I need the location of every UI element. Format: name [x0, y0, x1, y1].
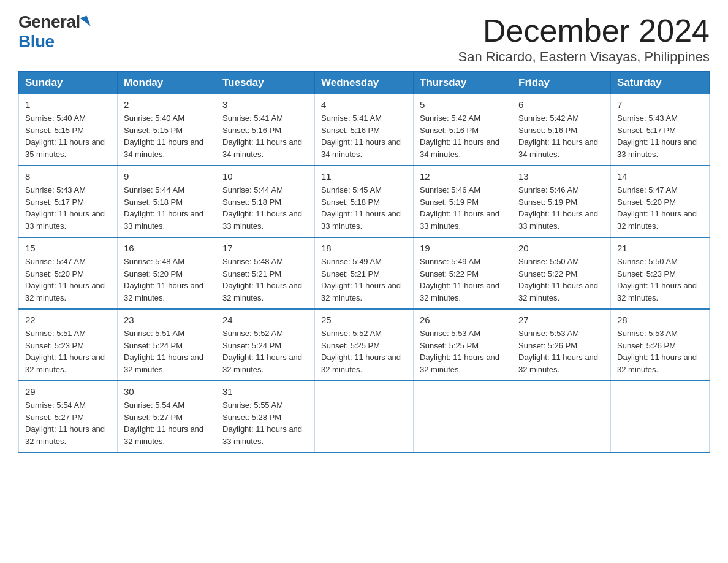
day-info: Sunrise: 5:53 AMSunset: 5:26 PMDaylight:…: [617, 327, 703, 375]
calendar-week-row: 22Sunrise: 5:51 AMSunset: 5:23 PMDayligh…: [19, 309, 710, 381]
day-number: 15: [25, 243, 111, 253]
day-number: 2: [124, 99, 210, 110]
calendar-cell: 2Sunrise: 5:40 AMSunset: 5:15 PMDaylight…: [118, 94, 216, 166]
day-number: 16: [124, 243, 210, 253]
day-number: 11: [321, 171, 407, 182]
day-number: 14: [617, 171, 703, 182]
day-number: 23: [124, 315, 210, 325]
day-info: Sunrise: 5:51 AMSunset: 5:24 PMDaylight:…: [124, 327, 210, 375]
day-info: Sunrise: 5:44 AMSunset: 5:18 PMDaylight:…: [124, 184, 210, 232]
location-title: San Ricardo, Eastern Visayas, Philippine…: [458, 49, 710, 65]
day-number: 3: [222, 99, 308, 110]
day-number: 19: [420, 243, 506, 253]
calendar-cell: 16Sunrise: 5:48 AMSunset: 5:20 PMDayligh…: [118, 237, 216, 309]
calendar-week-row: 1Sunrise: 5:40 AMSunset: 5:15 PMDaylight…: [19, 94, 710, 166]
day-info: Sunrise: 5:54 AMSunset: 5:27 PMDaylight:…: [124, 399, 210, 447]
calendar-cell: 1Sunrise: 5:40 AMSunset: 5:15 PMDaylight…: [19, 94, 118, 166]
calendar-cell: 3Sunrise: 5:41 AMSunset: 5:16 PMDaylight…: [216, 94, 315, 166]
day-number: 27: [518, 315, 604, 325]
day-info: Sunrise: 5:50 AMSunset: 5:22 PMDaylight:…: [518, 256, 604, 304]
day-info: Sunrise: 5:50 AMSunset: 5:23 PMDaylight:…: [617, 256, 703, 304]
calendar-cell: 13Sunrise: 5:46 AMSunset: 5:19 PMDayligh…: [512, 166, 611, 237]
day-number: 18: [321, 243, 407, 253]
day-number: 20: [518, 243, 604, 253]
day-number: 5: [420, 99, 506, 110]
calendar-cell: 19Sunrise: 5:49 AMSunset: 5:22 PMDayligh…: [414, 237, 512, 309]
calendar-week-row: 15Sunrise: 5:47 AMSunset: 5:20 PMDayligh…: [19, 237, 710, 309]
calendar-table: Sunday Monday Tuesday Wednesday Thursday…: [18, 71, 710, 453]
calendar-cell: 25Sunrise: 5:52 AMSunset: 5:25 PMDayligh…: [315, 309, 414, 381]
calendar-cell: 28Sunrise: 5:53 AMSunset: 5:26 PMDayligh…: [611, 309, 710, 381]
day-number: 8: [25, 171, 111, 182]
logo-general-text: General: [18, 12, 80, 32]
day-number: 21: [617, 243, 703, 253]
day-info: Sunrise: 5:51 AMSunset: 5:23 PMDaylight:…: [25, 327, 111, 375]
calendar-cell: 10Sunrise: 5:44 AMSunset: 5:18 PMDayligh…: [216, 166, 315, 237]
calendar-cell: [512, 381, 611, 453]
logo-arrow-icon: [80, 15, 90, 28]
day-number: 10: [222, 171, 308, 182]
day-info: Sunrise: 5:49 AMSunset: 5:21 PMDaylight:…: [321, 256, 407, 304]
day-info: Sunrise: 5:54 AMSunset: 5:27 PMDaylight:…: [25, 399, 111, 447]
calendar-cell: 7Sunrise: 5:43 AMSunset: 5:17 PMDaylight…: [611, 94, 710, 166]
col-tuesday: Tuesday: [216, 72, 315, 94]
calendar-cell: 23Sunrise: 5:51 AMSunset: 5:24 PMDayligh…: [118, 309, 216, 381]
day-info: Sunrise: 5:43 AMSunset: 5:17 PMDaylight:…: [617, 112, 703, 160]
day-info: Sunrise: 5:41 AMSunset: 5:16 PMDaylight:…: [321, 112, 407, 160]
calendar-cell: 11Sunrise: 5:45 AMSunset: 5:18 PMDayligh…: [315, 166, 414, 237]
day-number: 28: [617, 315, 703, 325]
calendar-cell: 17Sunrise: 5:48 AMSunset: 5:21 PMDayligh…: [216, 237, 315, 309]
calendar-cell: 27Sunrise: 5:53 AMSunset: 5:26 PMDayligh…: [512, 309, 611, 381]
day-info: Sunrise: 5:48 AMSunset: 5:21 PMDaylight:…: [222, 256, 308, 304]
title-section: December 2024 San Ricardo, Eastern Visay…: [458, 12, 710, 65]
calendar-header: Sunday Monday Tuesday Wednesday Thursday…: [19, 72, 710, 94]
calendar-cell: 24Sunrise: 5:52 AMSunset: 5:24 PMDayligh…: [216, 309, 315, 381]
calendar-cell: 8Sunrise: 5:43 AMSunset: 5:17 PMDaylight…: [19, 166, 118, 237]
calendar-cell: 4Sunrise: 5:41 AMSunset: 5:16 PMDaylight…: [315, 94, 414, 166]
day-info: Sunrise: 5:52 AMSunset: 5:24 PMDaylight:…: [222, 327, 308, 375]
header-row: Sunday Monday Tuesday Wednesday Thursday…: [19, 72, 710, 94]
col-saturday: Saturday: [611, 72, 710, 94]
calendar-cell: 30Sunrise: 5:54 AMSunset: 5:27 PMDayligh…: [118, 381, 216, 453]
col-wednesday: Wednesday: [315, 72, 414, 94]
day-info: Sunrise: 5:46 AMSunset: 5:19 PMDaylight:…: [518, 184, 604, 232]
calendar-cell: 15Sunrise: 5:47 AMSunset: 5:20 PMDayligh…: [19, 237, 118, 309]
logo-blue-text: Blue: [18, 32, 55, 52]
day-number: 7: [617, 99, 703, 110]
day-number: 24: [222, 315, 308, 325]
calendar-cell: [414, 381, 512, 453]
col-thursday: Thursday: [414, 72, 512, 94]
day-number: 30: [124, 386, 210, 397]
day-number: 31: [222, 386, 308, 397]
month-title: December 2024: [458, 12, 710, 49]
day-number: 25: [321, 315, 407, 325]
col-friday: Friday: [512, 72, 611, 94]
calendar-cell: 6Sunrise: 5:42 AMSunset: 5:16 PMDaylight…: [512, 94, 611, 166]
day-number: 6: [518, 99, 604, 110]
logo: General Blue: [18, 12, 89, 52]
day-number: 13: [518, 171, 604, 182]
day-number: 9: [124, 171, 210, 182]
day-info: Sunrise: 5:55 AMSunset: 5:28 PMDaylight:…: [222, 399, 308, 447]
calendar-cell: 31Sunrise: 5:55 AMSunset: 5:28 PMDayligh…: [216, 381, 315, 453]
calendar-body: 1Sunrise: 5:40 AMSunset: 5:15 PMDaylight…: [19, 94, 710, 453]
day-info: Sunrise: 5:46 AMSunset: 5:19 PMDaylight:…: [420, 184, 506, 232]
day-info: Sunrise: 5:53 AMSunset: 5:25 PMDaylight:…: [420, 327, 506, 375]
calendar-cell: 12Sunrise: 5:46 AMSunset: 5:19 PMDayligh…: [414, 166, 512, 237]
calendar-cell: 26Sunrise: 5:53 AMSunset: 5:25 PMDayligh…: [414, 309, 512, 381]
day-number: 22: [25, 315, 111, 325]
day-info: Sunrise: 5:47 AMSunset: 5:20 PMDaylight:…: [25, 256, 111, 304]
day-info: Sunrise: 5:49 AMSunset: 5:22 PMDaylight:…: [420, 256, 506, 304]
day-number: 12: [420, 171, 506, 182]
calendar-cell: 14Sunrise: 5:47 AMSunset: 5:20 PMDayligh…: [611, 166, 710, 237]
day-number: 1: [25, 99, 111, 110]
day-info: Sunrise: 5:53 AMSunset: 5:26 PMDaylight:…: [518, 327, 604, 375]
day-number: 29: [25, 386, 111, 397]
day-info: Sunrise: 5:47 AMSunset: 5:20 PMDaylight:…: [617, 184, 703, 232]
day-info: Sunrise: 5:45 AMSunset: 5:18 PMDaylight:…: [321, 184, 407, 232]
calendar-cell: 18Sunrise: 5:49 AMSunset: 5:21 PMDayligh…: [315, 237, 414, 309]
calendar-week-row: 29Sunrise: 5:54 AMSunset: 5:27 PMDayligh…: [19, 381, 710, 453]
calendar-cell: 22Sunrise: 5:51 AMSunset: 5:23 PMDayligh…: [19, 309, 118, 381]
day-info: Sunrise: 5:40 AMSunset: 5:15 PMDaylight:…: [25, 112, 111, 160]
calendar-cell: [611, 381, 710, 453]
